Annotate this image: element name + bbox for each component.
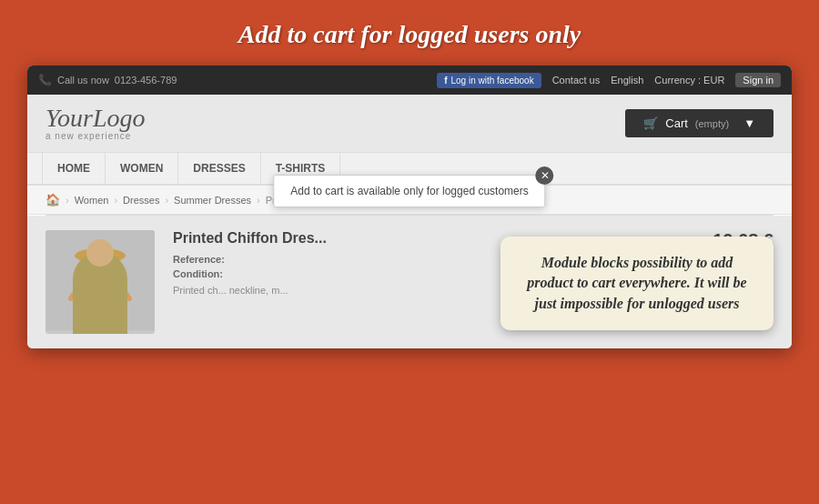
svg-point-1 bbox=[75, 248, 126, 263]
cart-dropdown-arrow: ▼ bbox=[743, 116, 755, 130]
svg-line-3 bbox=[71, 283, 82, 298]
cart-status: (empty) bbox=[695, 118, 729, 129]
nav-dresses[interactable]: DRESSES bbox=[178, 153, 260, 184]
breadcrumb-summer[interactable]: Summer Dresses bbox=[174, 195, 251, 206]
popup-box: ✕ Add to cart is available only for logg… bbox=[273, 175, 545, 207]
language-selector[interactable]: English bbox=[611, 75, 643, 86]
logo-sub: a new experience bbox=[46, 131, 145, 141]
page-title: Add to cart for logged users only bbox=[220, 0, 599, 66]
cart-icon: 🛒 bbox=[643, 116, 658, 130]
nav-home[interactable]: HOME bbox=[42, 153, 106, 184]
breadcrumb-home-icon[interactable]: 🏠 bbox=[46, 193, 60, 207]
fb-icon: f bbox=[444, 76, 447, 86]
condition-label: Condition: bbox=[173, 268, 223, 279]
currency-label: Currency : EUR bbox=[654, 75, 724, 86]
facebook-login-button[interactable]: f Log in with facebook bbox=[437, 73, 541, 88]
cart-label: Cart bbox=[665, 116, 688, 130]
breadcrumb-sep4: › bbox=[257, 195, 260, 206]
breadcrumb-sep3: › bbox=[165, 195, 168, 206]
browser-window: 📞 Call us now 0123-456-789 f Log in with… bbox=[27, 66, 792, 348]
breadcrumb-women[interactable]: Women bbox=[75, 195, 109, 206]
popup-overlay: ✕ Add to cart is available only for logg… bbox=[273, 175, 545, 207]
top-bar-left: 📞 Call us now 0123-456-789 bbox=[38, 74, 177, 86]
svg-rect-0 bbox=[46, 230, 155, 330]
popup-message: Add to cart is available only for logged… bbox=[290, 185, 528, 197]
top-bar-right: f Log in with facebook Contact us Englis… bbox=[437, 73, 781, 88]
reference-label: Reference: bbox=[173, 254, 225, 265]
phone-icon: 📞 bbox=[38, 74, 52, 86]
top-bar: 📞 Call us now 0123-456-789 f Log in with… bbox=[27, 66, 792, 95]
breadcrumb-dresses[interactable]: Dresses bbox=[123, 195, 159, 206]
tooltip-box: Module blocks possibility to add product… bbox=[500, 237, 774, 330]
logo-text: YourLogo bbox=[46, 106, 145, 131]
signin-button[interactable]: Sign in bbox=[735, 73, 781, 87]
breadcrumb-sep1: › bbox=[66, 195, 69, 206]
phone-number: 0123-456-789 bbox=[115, 75, 177, 86]
nav-women[interactable]: WOMEN bbox=[106, 153, 178, 184]
product-image bbox=[46, 230, 155, 334]
call-label: Call us now bbox=[57, 75, 109, 86]
tooltip-text: Module blocks possibility to add product… bbox=[519, 253, 755, 314]
fb-label: Log in with facebook bbox=[450, 76, 533, 86]
logo-area: YourLogo a new experience bbox=[46, 106, 145, 141]
cart-button[interactable]: 🛒 Cart (empty) ▼ bbox=[625, 109, 774, 137]
store-header: YourLogo a new experience 🛒 Cart (empty)… bbox=[27, 95, 792, 152]
contact-link[interactable]: Contact us bbox=[552, 75, 601, 86]
svg-point-2 bbox=[87, 252, 113, 277]
breadcrumb-sep2: › bbox=[114, 195, 117, 206]
